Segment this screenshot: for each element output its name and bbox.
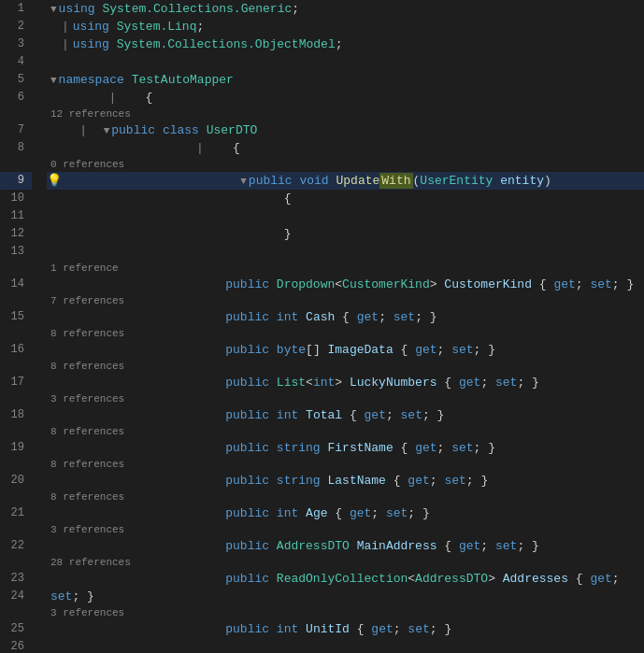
line-number: 5 [0, 71, 32, 89]
code-line: public int UnitId { get; set; } [47, 620, 644, 638]
code-line: public ReadOnlyCollection<AddressDTO> Ad… [47, 570, 644, 588]
code-editor: 1234567891011121314151617181920212223242… [0, 0, 644, 653]
ref-hint: 28 references [47, 555, 644, 570]
line-number: 10 [0, 190, 32, 207]
code-line: public string LastName { get; set; } [47, 472, 644, 490]
line-number: 12 [0, 225, 32, 243]
lightbulb-icon[interactable]: 💡 [47, 174, 62, 188]
line-number: 21 [0, 504, 32, 522]
line-number: 1 [0, 0, 32, 18]
code-line: 💡 ▼public void UpdateWith(UserEntity ent… [47, 172, 644, 190]
line-number: 8 [0, 139, 32, 157]
code-line [47, 588, 644, 605]
code-line [47, 638, 644, 653]
ref-hint: 8 references [47, 424, 644, 439]
line-number: 19 [0, 439, 32, 457]
line-number: 15 [0, 308, 32, 326]
line-number: 16 [0, 341, 32, 359]
line-number: 17 [0, 374, 32, 391]
code-line: public AddressDTO MainAddress { get; set… [47, 537, 644, 555]
code-line [47, 53, 644, 71]
code-line: public byte[] ImageData { get; set; } [47, 341, 644, 359]
ref-hint: 3 references [47, 605, 644, 620]
ref-hint: 0 references [47, 157, 644, 172]
code-line: |using System.Collections.ObjectModel; [47, 35, 644, 53]
ref-hint: 3 references [47, 522, 644, 537]
code-line: |using System.Linq; [47, 18, 644, 35]
line-number: 14 [0, 276, 32, 293]
code-line [47, 243, 644, 261]
ref-hint: 3 references [47, 391, 644, 406]
ref-hint: 12 references [47, 106, 644, 121]
ref-hint: 1 reference [47, 261, 644, 276]
ref-hint: 8 references [47, 326, 644, 341]
code-line: public string FirstName { get; set; } [47, 439, 644, 457]
line-number: 18 [0, 406, 32, 424]
line-number: 7 [0, 121, 32, 139]
line-number: 20 [0, 472, 32, 490]
ref-hint: 8 references [47, 359, 644, 374]
ref-hint: 8 references [47, 490, 644, 504]
code-line: | { [47, 89, 644, 106]
line-number: 11 [0, 207, 32, 225]
line-number: 25 [0, 620, 32, 638]
code-line: public List<int> LuckyNumbers { get; set… [47, 374, 644, 391]
code-line: | ▼public class UserDTO [47, 121, 644, 139]
line-number: 26 [0, 638, 32, 653]
code-line: } [47, 225, 644, 243]
code-line: | { [47, 139, 644, 157]
line-number: 9 [0, 172, 32, 190]
line-number: 22 [0, 537, 32, 555]
line-number: 2 [0, 18, 32, 35]
code-line [47, 207, 644, 225]
line-number: 23 [0, 570, 32, 588]
code-line: { [47, 190, 644, 207]
line-number: 3 [0, 35, 32, 53]
line-number: 6 [0, 89, 32, 106]
code-line: public int Cash { get; set; } [47, 308, 644, 326]
code-line: public int Age { get; set; } [47, 504, 644, 522]
code-line: public Dropdown<CustomerKind> CustomerKi… [47, 276, 644, 293]
code-line: ▼using System.Collections.Generic; [47, 0, 644, 18]
code-line: public int Total { get; set; } [47, 406, 644, 424]
ref-hint: 7 references [47, 293, 644, 308]
ref-hint: 8 references [47, 457, 644, 472]
code-line: ▼namespace TestAutoMapper [47, 71, 644, 89]
line-number: 24 [0, 588, 32, 605]
line-number: 4 [0, 53, 32, 71]
line-number: 13 [0, 243, 32, 261]
